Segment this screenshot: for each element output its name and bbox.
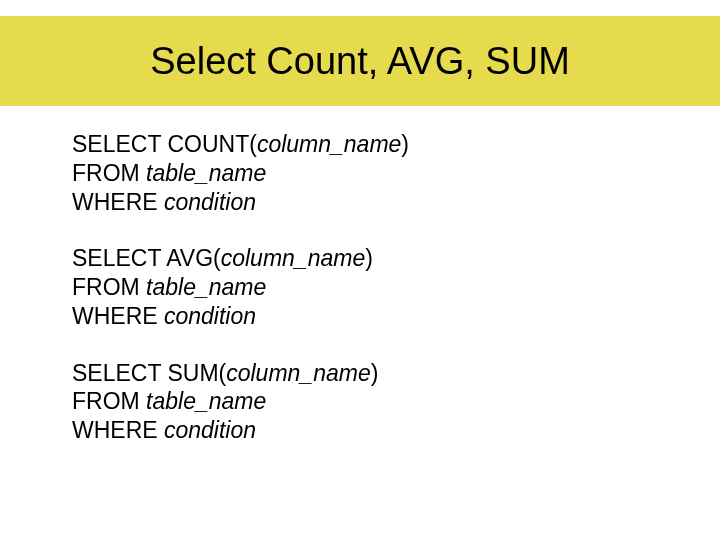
- from-arg: table_name: [146, 388, 266, 414]
- content-area: SELECT COUNT(column_name) FROM table_nam…: [72, 130, 660, 473]
- select-arg: column_name: [226, 360, 370, 386]
- where-line: WHERE condition: [72, 416, 660, 445]
- select-close: ): [401, 131, 409, 157]
- where-arg: condition: [164, 417, 256, 443]
- select-line: SELECT COUNT(column_name): [72, 130, 660, 159]
- select-arg: column_name: [221, 245, 365, 271]
- from-line: FROM table_name: [72, 387, 660, 416]
- slide-title: Select Count, AVG, SUM: [150, 40, 570, 83]
- select-keyword: SELECT SUM(: [72, 360, 226, 386]
- from-arg: table_name: [146, 274, 266, 300]
- where-line: WHERE condition: [72, 188, 660, 217]
- where-line: WHERE condition: [72, 302, 660, 331]
- from-keyword: FROM: [72, 388, 146, 414]
- from-arg: table_name: [146, 160, 266, 186]
- select-keyword: SELECT AVG(: [72, 245, 221, 271]
- select-close: ): [365, 245, 373, 271]
- select-line: SELECT AVG(column_name): [72, 244, 660, 273]
- where-keyword: WHERE: [72, 189, 164, 215]
- select-keyword: SELECT COUNT(: [72, 131, 257, 157]
- select-arg: column_name: [257, 131, 401, 157]
- from-line: FROM table_name: [72, 273, 660, 302]
- where-arg: condition: [164, 189, 256, 215]
- title-band: Select Count, AVG, SUM: [0, 16, 720, 106]
- from-keyword: FROM: [72, 160, 146, 186]
- where-arg: condition: [164, 303, 256, 329]
- sql-block-avg: SELECT AVG(column_name) FROM table_name …: [72, 244, 660, 330]
- where-keyword: WHERE: [72, 417, 164, 443]
- select-line: SELECT SUM(column_name): [72, 359, 660, 388]
- from-keyword: FROM: [72, 274, 146, 300]
- select-close: ): [371, 360, 379, 386]
- from-line: FROM table_name: [72, 159, 660, 188]
- sql-block-count: SELECT COUNT(column_name) FROM table_nam…: [72, 130, 660, 216]
- where-keyword: WHERE: [72, 303, 164, 329]
- sql-block-sum: SELECT SUM(column_name) FROM table_name …: [72, 359, 660, 445]
